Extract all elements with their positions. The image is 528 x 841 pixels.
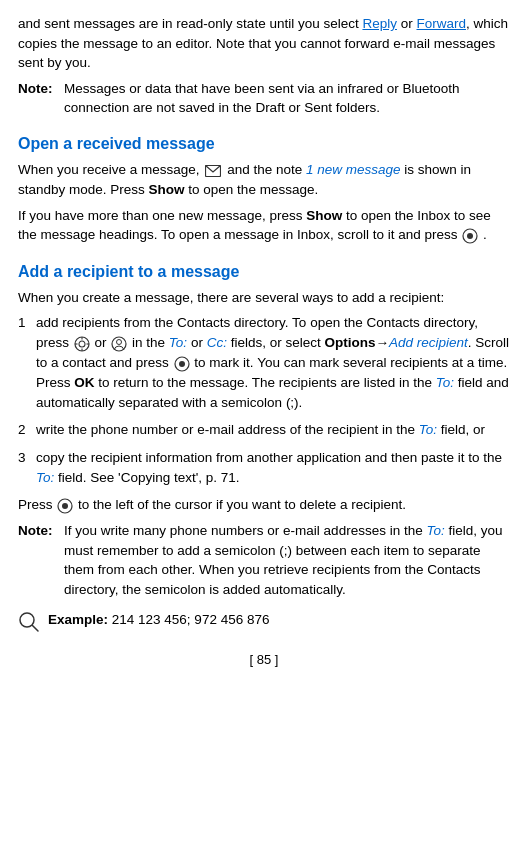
li1-or: or — [95, 335, 111, 350]
svg-point-2 — [467, 233, 473, 239]
delete-icon — [57, 496, 73, 516]
intro-paragraph: and sent messages are in read-only state… — [18, 14, 510, 73]
s1p2-show: Show — [306, 208, 342, 223]
list-item-1: 1 add recipients from the Contacts direc… — [18, 313, 510, 412]
svg-point-12 — [179, 361, 185, 367]
s1p1-before: When you receive a message, — [18, 162, 200, 177]
li1-to-label: To: — [169, 335, 187, 350]
note1-label: Note: — [18, 79, 64, 118]
example-number: 214 123 456; 972 456 876 — [112, 612, 270, 627]
example-block: Example: 214 123 456; 972 456 876 — [18, 610, 510, 633]
svg-line-16 — [33, 625, 39, 631]
s1p1-italic: 1 new message — [306, 162, 401, 177]
section1-para2: If you have more than one new message, p… — [18, 206, 510, 246]
svg-point-4 — [79, 341, 85, 347]
note2-before: If you write many phone numbers or e-mai… — [64, 523, 503, 597]
s1p1-show: Show — [149, 182, 185, 197]
li2-before: write the phone number or e-mail address… — [36, 422, 485, 437]
contacts-icon-1 — [74, 334, 90, 354]
li1-to2: To: — [436, 375, 454, 390]
joystick-icon — [462, 226, 478, 246]
intro-or: or — [397, 16, 417, 31]
note2-to: To: — [426, 523, 444, 538]
li1-ok: OK — [74, 375, 94, 390]
reply-link[interactable]: Reply — [362, 16, 397, 31]
page-number: [ 85 ] — [250, 652, 279, 667]
mark-icon — [174, 354, 190, 374]
note2-text: If you write many phone numbers or e-mai… — [64, 521, 510, 599]
intro-text-before: and sent messages are in read-only state… — [18, 16, 362, 31]
forward-link[interactable]: Forward — [416, 16, 466, 31]
li1-arrow: → — [375, 335, 389, 350]
svg-point-10 — [117, 339, 122, 344]
li1-cc-label: Cc: — [207, 335, 227, 350]
section2-intro: When you create a message, there are sev… — [18, 288, 510, 308]
list-number-2: 2 — [18, 420, 36, 440]
li1-add-recipient: Add recipient — [389, 335, 468, 350]
note-block-1: Note: Messages or data that have been se… — [18, 79, 510, 118]
li3-to: To: — [36, 470, 54, 485]
section1-para1: When you receive a message, and the note… — [18, 160, 510, 200]
li1-options: Options — [324, 335, 375, 350]
press-text-after: to the left of the cursor if you want to… — [78, 497, 406, 512]
example-text: Example: 214 123 456; 972 456 876 — [48, 610, 510, 630]
li3-before: copy the recipient information from anot… — [36, 450, 502, 485]
s1p2-before: If you have more than one new message, p… — [18, 208, 306, 223]
svg-point-14 — [62, 503, 68, 509]
s1p1-end: to open the message. — [185, 182, 319, 197]
section1-heading: Open a received message — [18, 132, 510, 155]
svg-point-15 — [20, 613, 34, 627]
example-search-icon — [18, 611, 40, 633]
note2-label: Note: — [18, 521, 64, 599]
press-text-before: Press — [18, 497, 56, 512]
envelope-icon — [205, 161, 221, 181]
page-footer: [ 85 ] — [18, 651, 510, 670]
list-number-1: 1 — [18, 313, 36, 412]
s1p1-and: and the note — [227, 162, 306, 177]
contacts-icon-2 — [111, 334, 127, 354]
list-item-2: 2 write the phone number or e-mail addre… — [18, 420, 510, 440]
press-delete-line: Press to the left of the cursor if you w… — [18, 495, 510, 515]
note-block-2: Note: If you write many phone numbers or… — [18, 521, 510, 599]
list-content-2: write the phone number or e-mail address… — [36, 420, 510, 440]
numbered-list: 1 add recipients from the Contacts direc… — [18, 313, 510, 487]
list-number-3: 3 — [18, 448, 36, 487]
s1p2-end: . — [483, 227, 487, 242]
section2-heading: Add a recipient to a message — [18, 260, 510, 283]
example-label: Example: — [48, 612, 108, 627]
list-item-3: 3 copy the recipient information from an… — [18, 448, 510, 487]
list-content-3: copy the recipient information from anot… — [36, 448, 510, 487]
li2-to: To: — [419, 422, 437, 437]
note1-text: Messages or data that have been sent via… — [64, 79, 510, 118]
list-content-1: add recipients from the Contacts directo… — [36, 313, 510, 412]
